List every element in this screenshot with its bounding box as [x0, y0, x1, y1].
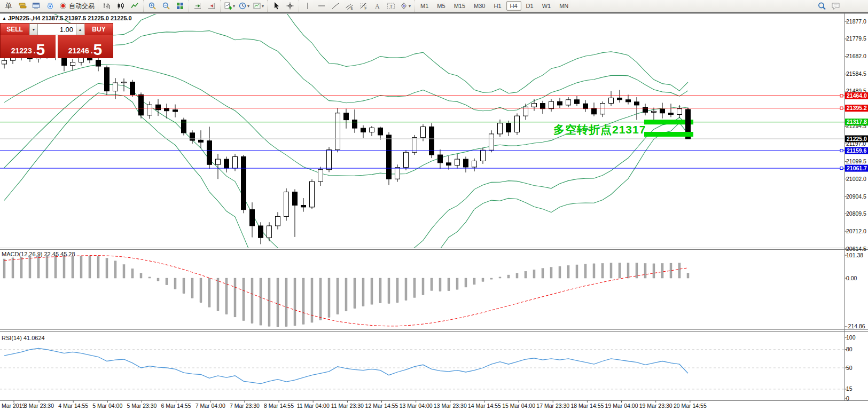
dropdown-caret-icon[interactable]: ▾ — [233, 4, 235, 9]
svg-text:8 Mar 14:55: 8 Mar 14:55 — [264, 403, 294, 409]
svg-text:21317.8: 21317.8 — [847, 119, 867, 125]
svg-text:5 Mar 04:00: 5 Mar 04:00 — [92, 403, 122, 409]
timeframe-mn[interactable]: MN — [556, 1, 572, 11]
svg-text:0.00: 0.00 — [846, 275, 857, 281]
buy-button[interactable]: BUY — [84, 23, 113, 35]
toolbar: 单自动交易▾▾▾EFAT▾M1M5M15M30H1H4D1W1MN — [0, 0, 868, 12]
buy-price-dot: . — [91, 46, 93, 55]
svg-text:21061.7: 21061.7 — [847, 165, 867, 171]
terminal-icon[interactable] — [30, 0, 43, 12]
sell-price-button[interactable]: 21223 . 5 — [1, 35, 56, 58]
line-chart-icon[interactable] — [128, 0, 141, 12]
svg-text:E: E — [351, 6, 354, 10]
svg-text:20 Mar 14:55: 20 Mar 14:55 — [674, 403, 707, 409]
svg-text:15 Mar 04:00: 15 Mar 04:00 — [502, 403, 535, 409]
dropdown-caret-icon[interactable]: ▾ — [409, 4, 411, 9]
new-order-icon[interactable]: 单 — [2, 0, 15, 12]
svg-text:3 Mar 23:30: 3 Mar 23:30 — [24, 403, 54, 409]
timeframe-m1[interactable]: M1 — [417, 1, 432, 11]
svg-text:15: 15 — [846, 385, 853, 392]
tile-windows-icon[interactable] — [174, 0, 186, 12]
timeframe-w1[interactable]: W1 — [538, 1, 555, 11]
timeframe-d1[interactable]: D1 — [522, 1, 537, 11]
volume-input[interactable] — [38, 23, 76, 35]
buy-price-button[interactable]: 21246 . 5 — [58, 35, 113, 58]
sell-price-dot: . — [34, 46, 36, 55]
search-icon[interactable] — [816, 0, 828, 12]
sell-button[interactable]: SELL — [1, 23, 29, 35]
text-label-icon[interactable]: T — [385, 0, 397, 12]
new-chart-icon[interactable]: ▾ — [223, 0, 236, 12]
timeframe-h4[interactable]: H4 — [506, 1, 521, 11]
price-chart-canvas[interactable]: 21877.021779.521682.021584.521489.521294… — [0, 12, 868, 410]
dropdown-caret-icon[interactable]: ▾ — [247, 4, 249, 9]
strategy-signal-icon[interactable] — [44, 0, 57, 12]
horizontal-line-icon[interactable] — [315, 0, 328, 12]
chart-title-text: JPN225-,H4 21387.5 21397.5 21225.0 21225… — [8, 15, 132, 21]
svg-text:20809.5: 20809.5 — [846, 210, 866, 217]
timeframe-m5[interactable]: M5 — [433, 1, 449, 11]
sell-price-int: 21223 — [11, 46, 32, 55]
timeframe-h1[interactable]: H1 — [490, 1, 505, 11]
volume-decrease-button[interactable]: ▼ — [29, 23, 38, 35]
svg-text:A: A — [375, 3, 380, 10]
vertical-line-icon[interactable] — [301, 0, 314, 12]
fibonacci-icon[interactable]: F — [357, 0, 370, 12]
macd-indicator-label: MACD(12,26,9) 22.45 45.28 — [2, 251, 75, 257]
auto-trading-button[interactable]: 自动交易 — [58, 0, 96, 12]
timeframe-m15[interactable]: M15 — [450, 1, 469, 11]
svg-text:20904.5: 20904.5 — [846, 193, 866, 200]
svg-text:21099.5: 21099.5 — [846, 158, 866, 164]
templates-icon[interactable]: ▾ — [252, 0, 265, 12]
market-watch-icon[interactable] — [16, 0, 29, 12]
svg-text:19 Mar 04:00: 19 Mar 04:00 — [605, 403, 638, 409]
toolbar-group: EFAT▾ — [299, 0, 414, 12]
svg-text:12 Mar 14:55: 12 Mar 14:55 — [365, 403, 398, 409]
svg-text:21877.0: 21877.0 — [846, 18, 866, 25]
svg-text:21002.0: 21002.0 — [846, 176, 866, 182]
periods-icon[interactable]: ▾ — [237, 0, 251, 12]
svg-text:6 Mar 14:55: 6 Mar 14:55 — [161, 403, 191, 409]
timeframe-group: M1M5M15M30H1H4D1W1MN — [414, 0, 574, 12]
chat-icon[interactable] — [830, 0, 842, 12]
svg-text:11 Mar 23:30: 11 Mar 23:30 — [331, 403, 364, 409]
svg-text:14 Mar 14:55: 14 Mar 14:55 — [468, 403, 501, 409]
svg-text:21584.5: 21584.5 — [846, 70, 866, 77]
svg-text:-214.86: -214.86 — [846, 323, 865, 329]
toolbar-group — [98, 0, 143, 12]
toolbar-group: 单自动交易 — [0, 0, 98, 12]
svg-text:T: T — [390, 4, 393, 9]
crosshair-icon[interactable] — [284, 0, 296, 12]
svg-text:20614.5: 20614.5 — [846, 246, 866, 252]
chart-title: ▲JPN225-,H4 21387.5 21397.5 21225.0 2122… — [2, 15, 132, 21]
svg-text:13 Mar 23:30: 13 Mar 23:30 — [434, 403, 467, 409]
equidistant-channel-icon[interactable]: E — [343, 0, 356, 12]
svg-text:F: F — [365, 6, 367, 10]
chart-shift-icon[interactable] — [205, 0, 218, 12]
zoom-out-icon[interactable] — [160, 0, 173, 12]
svg-text:11 Mar 04:00: 11 Mar 04:00 — [297, 403, 330, 409]
svg-text:50: 50 — [846, 365, 853, 371]
toolbar-right-group — [814, 0, 844, 12]
pivot-annotation-text[interactable]: 多空转折点21317 — [553, 122, 646, 137]
collapse-triangle-icon[interactable]: ▲ — [2, 16, 6, 21]
candlestick-chart-icon[interactable] — [114, 0, 127, 12]
svg-text:17 Mar 23:30: 17 Mar 23:30 — [536, 403, 569, 409]
svg-text:21225.0: 21225.0 — [847, 136, 867, 142]
volume-increase-button[interactable]: ▲ — [76, 23, 84, 35]
shapes-icon[interactable]: ▾ — [398, 0, 412, 12]
zoom-in-icon[interactable] — [146, 0, 159, 12]
bar-chart-icon[interactable] — [100, 0, 113, 12]
pivot-highlight-bar[interactable] — [644, 132, 693, 137]
trendline-icon[interactable] — [329, 0, 342, 12]
text-icon[interactable]: A — [371, 0, 384, 12]
timeframe-m30[interactable]: M30 — [470, 1, 489, 11]
auto-scroll-icon[interactable] — [191, 0, 204, 12]
cursor-icon[interactable] — [270, 0, 283, 12]
svg-text:21159.6: 21159.6 — [847, 147, 867, 154]
dropdown-caret-icon[interactable]: ▾ — [262, 4, 264, 9]
svg-text:100: 100 — [846, 334, 856, 341]
auto-trading-label: 自动交易 — [69, 2, 95, 11]
rsi-indicator-label: RSI(14) 41.0624 — [2, 335, 45, 341]
svg-text:21682.0: 21682.0 — [846, 53, 866, 59]
